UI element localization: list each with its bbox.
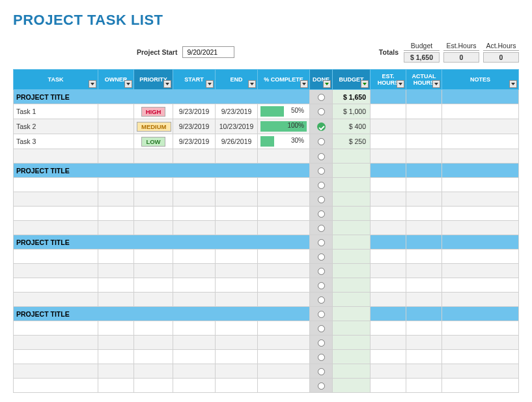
filter-icon[interactable] (163, 80, 171, 88)
col-budget-header[interactable]: BUDGET (333, 70, 371, 90)
col-priority-header[interactable]: PRIORITY (134, 70, 173, 90)
notes-cell[interactable] (442, 134, 519, 149)
col-est-header[interactable]: EST. HOURS (371, 70, 406, 90)
done-cell[interactable] (310, 321, 333, 336)
filter-icon[interactable] (300, 80, 308, 88)
filter-icon[interactable] (323, 80, 331, 88)
done-cell[interactable] (310, 178, 333, 192)
done-cell[interactable] (310, 104, 333, 119)
blank-row[interactable] (14, 336, 519, 350)
owner-cell[interactable] (98, 104, 134, 119)
pct-cell[interactable]: 30% (258, 134, 310, 149)
budget-cell[interactable] (333, 293, 371, 307)
task-name[interactable]: Task 2 (14, 119, 98, 134)
blank-row[interactable] (14, 221, 519, 235)
done-cell[interactable] (310, 90, 333, 104)
col-task-header[interactable]: TASK (14, 70, 98, 90)
done-cell[interactable] (310, 164, 333, 178)
filter-icon[interactable] (509, 80, 517, 88)
owner-cell[interactable] (98, 134, 134, 149)
filter-icon[interactable] (124, 80, 132, 88)
start-cell[interactable]: 9/23/2019 (173, 104, 216, 119)
task-row[interactable]: Task 3LOW9/23/20199/26/201930%$ 250 (14, 134, 519, 149)
priority-cell[interactable]: LOW (134, 134, 173, 149)
blank-row[interactable] (14, 264, 519, 278)
check-icon[interactable] (317, 122, 326, 131)
end-cell[interactable]: 9/26/2019 (216, 134, 258, 149)
est-cell[interactable] (371, 119, 406, 134)
budget-cell[interactable] (333, 221, 371, 235)
done-cell[interactable] (310, 235, 333, 250)
end-cell[interactable]: 10/23/2019 (216, 119, 258, 134)
radio-icon[interactable] (318, 94, 325, 101)
filter-icon[interactable] (432, 80, 440, 88)
start-cell[interactable]: 9/23/2019 (173, 119, 216, 134)
blank-row[interactable] (14, 278, 519, 293)
radio-icon[interactable] (318, 239, 325, 246)
radio-icon[interactable] (318, 167, 325, 175)
filter-icon[interactable] (397, 80, 404, 88)
done-cell[interactable] (310, 192, 333, 207)
task-row[interactable]: Task 1HIGH9/23/20199/23/201950%$ 1,000 (14, 104, 519, 119)
radio-icon[interactable] (318, 282, 325, 289)
done-cell[interactable] (310, 119, 333, 134)
budget-cell[interactable] (333, 207, 371, 221)
est-cell[interactable] (371, 134, 406, 149)
col-owner-header[interactable]: OWNER (98, 70, 134, 90)
budget-cell[interactable] (333, 149, 371, 164)
radio-icon[interactable] (318, 296, 325, 304)
blank-row[interactable] (14, 350, 519, 364)
blank-row[interactable] (14, 207, 519, 221)
done-cell[interactable] (310, 293, 333, 307)
start-cell[interactable]: 9/23/2019 (173, 134, 216, 149)
col-end-header[interactable]: END (216, 70, 258, 90)
filter-icon[interactable] (206, 80, 214, 88)
col-done-header[interactable]: DONE (310, 70, 333, 90)
radio-icon[interactable] (318, 368, 325, 375)
blank-row[interactable] (14, 149, 519, 164)
done-cell[interactable] (310, 134, 333, 149)
done-cell[interactable] (310, 221, 333, 235)
blank-row[interactable] (14, 178, 519, 192)
blank-row[interactable] (14, 321, 519, 336)
project-start-input[interactable] (182, 46, 234, 58)
budget-cell[interactable] (333, 336, 371, 350)
done-cell[interactable] (310, 264, 333, 278)
task-name[interactable]: Task 3 (14, 134, 98, 149)
radio-icon[interactable] (318, 382, 325, 390)
task-name[interactable]: Task 1 (14, 104, 98, 119)
col-notes-header[interactable]: NOTES (442, 70, 519, 90)
blank-row[interactable] (14, 192, 519, 207)
act-cell[interactable] (406, 104, 442, 119)
budget-cell[interactable]: $ 250 (333, 134, 371, 149)
budget-cell[interactable] (333, 350, 371, 364)
radio-icon[interactable] (318, 138, 325, 145)
done-cell[interactable] (310, 278, 333, 293)
radio-icon[interactable] (318, 108, 325, 115)
done-cell[interactable] (310, 250, 333, 264)
radio-icon[interactable] (318, 210, 325, 218)
priority-cell[interactable]: MEDIUM (134, 119, 173, 134)
budget-cell[interactable] (333, 321, 371, 336)
done-cell[interactable] (310, 149, 333, 164)
done-cell[interactable] (310, 350, 333, 364)
done-cell[interactable] (310, 207, 333, 221)
pct-cell[interactable]: 100% (258, 119, 310, 134)
blank-row[interactable] (14, 379, 519, 393)
pct-cell[interactable]: 50% (258, 104, 310, 119)
owner-cell[interactable] (98, 119, 134, 134)
radio-icon[interactable] (318, 354, 325, 361)
notes-cell[interactable] (442, 119, 519, 134)
budget-cell[interactable]: $ 1,000 (333, 104, 371, 119)
budget-cell[interactable] (333, 178, 371, 192)
notes-cell[interactable] (442, 104, 519, 119)
radio-icon[interactable] (318, 253, 325, 261)
blank-row[interactable] (14, 250, 519, 264)
radio-icon[interactable] (318, 153, 325, 160)
filter-icon[interactable] (89, 80, 96, 88)
priority-cell[interactable]: HIGH (134, 104, 173, 119)
budget-cell[interactable] (333, 278, 371, 293)
budget-cell[interactable] (333, 192, 371, 207)
end-cell[interactable]: 9/23/2019 (216, 104, 258, 119)
filter-icon[interactable] (361, 80, 369, 88)
